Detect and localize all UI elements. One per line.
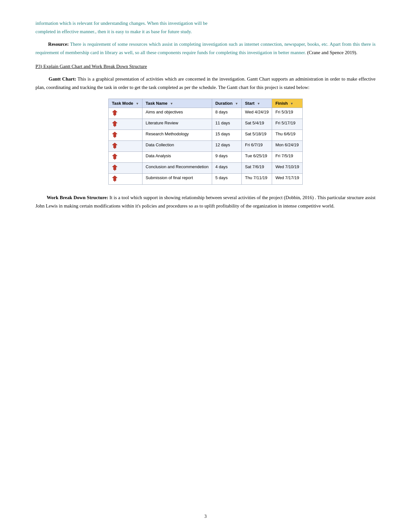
svg-marker-4	[112, 132, 117, 137]
table-row: Literature Review11 daysSat 5/4/19Fri 5/…	[109, 119, 303, 130]
col-header-finish: Finish ▼	[272, 99, 302, 108]
duration-cell: 12 days	[212, 141, 241, 152]
start-cell: Sat 5/18/19	[241, 130, 272, 141]
finish-cell: Fri 7/5/19	[272, 152, 302, 163]
task-name-cell: Research Methodology	[142, 130, 212, 141]
svg-rect-13	[114, 181, 115, 182]
table-row: Data Collection12 daysFri 6/7/19Mon 6/24…	[109, 141, 303, 152]
svg-rect-7	[114, 148, 115, 149]
start-cell: Sat 5/4/19	[241, 119, 272, 130]
duration-cell: 15 days	[212, 130, 241, 141]
gantt-description: Gantt Chart: This is a graphical present…	[35, 75, 376, 92]
task-mode-cell	[109, 163, 142, 174]
task-name-cell: Data Collection	[142, 141, 212, 152]
intro-text-2: completed in effective manner., then it …	[35, 29, 192, 34]
task-name-cell: Data Analysis	[142, 152, 212, 163]
col-header-task-mode: Task Mode ▼	[109, 99, 142, 108]
duration-arrow-icon: ▼	[235, 102, 238, 105]
wbs-section: Work Break Down Structure: It is a tool …	[35, 194, 376, 210]
duration-cell: 5 days	[212, 174, 241, 185]
task-mode-icon	[112, 142, 118, 150]
task-mode-icon	[112, 131, 118, 139]
duration-cell: 8 days	[212, 108, 241, 119]
finish-cell: Mon 6/24/19	[272, 141, 302, 152]
finish-cell: Wed 7/10/19	[272, 163, 302, 174]
start-cell: Wed 4/24/19	[241, 108, 272, 119]
wbs-label: Work Break Down Structure:	[47, 195, 108, 200]
start-cell: Fri 6/7/19	[241, 141, 272, 152]
svg-rect-3	[114, 126, 115, 127]
col-header-start: Start ▼	[241, 99, 272, 108]
task-name-cell: Submission of final report	[142, 174, 212, 185]
task-mode-cell	[109, 130, 142, 141]
resource-paragraph: Resource: There is requirement of some r…	[35, 40, 376, 57]
svg-rect-1	[114, 115, 115, 116]
task-name-cell: Literature Review	[142, 119, 212, 130]
task-name-cell: Aims and objectives	[142, 108, 212, 119]
task-mode-cell	[109, 108, 142, 119]
svg-rect-5	[114, 137, 115, 138]
gantt-body: This is a graphical presentation of acti…	[35, 76, 376, 90]
intro-text: information which is relevant for unders…	[35, 21, 208, 26]
svg-rect-11	[114, 170, 115, 171]
duration-cell: 4 days	[212, 163, 241, 174]
table-row: Conclusion and Recommendetion4 daysSat 7…	[109, 163, 303, 174]
task-mode-cell	[109, 174, 142, 185]
gantt-table-wrapper: Task Mode ▼ Task Name ▼ Duration ▼ Start…	[35, 99, 376, 185]
svg-marker-8	[112, 154, 117, 159]
task-mode-icon	[112, 110, 118, 117]
gantt-label: Gantt Chart:	[49, 76, 76, 82]
duration-cell: 11 days	[212, 119, 241, 130]
table-row: Data Analysis9 daysTue 6/25/19Fri 7/5/19	[109, 152, 303, 163]
start-cell: Sat 7/6/19	[241, 163, 272, 174]
page: information which is relevant for unders…	[0, 0, 411, 532]
task-name-arrow-icon: ▼	[170, 102, 173, 105]
svg-rect-9	[114, 159, 115, 160]
task-mode-icon	[112, 175, 118, 183]
duration-cell: 9 days	[212, 152, 241, 163]
task-mode-icon	[112, 164, 118, 172]
svg-marker-2	[112, 121, 117, 126]
finish-cell: Thu 6/6/19	[272, 130, 302, 141]
start-arrow-icon: ▼	[257, 102, 260, 105]
gantt-table: Task Mode ▼ Task Name ▼ Duration ▼ Start…	[108, 99, 303, 185]
task-mode-cell	[109, 141, 142, 152]
task-mode-cell	[109, 119, 142, 130]
svg-marker-0	[112, 110, 117, 115]
finish-cell: Wed 7/17/19	[272, 174, 302, 185]
resource-label: Resource:	[48, 42, 69, 47]
svg-marker-6	[112, 143, 117, 148]
table-row: Aims and objectives8 daysWed 4/24/19Fri …	[109, 108, 303, 119]
finish-cell: Fri 5/17/19	[272, 119, 302, 130]
task-mode-arrow-icon: ▼	[136, 102, 139, 105]
task-mode-cell	[109, 152, 142, 163]
table-row: Research Methodology15 daysSat 5/18/19Th…	[109, 130, 303, 141]
section-heading: P3) Explain Gantt Chart and Work Break D…	[35, 64, 376, 69]
task-mode-icon	[112, 153, 118, 161]
start-cell: Thu 7/11/19	[241, 174, 272, 185]
col-header-duration: Duration ▼	[212, 99, 241, 108]
finish-arrow-icon: ▼	[290, 102, 293, 105]
svg-marker-10	[112, 165, 117, 170]
task-mode-icon	[112, 121, 118, 128]
resource-citation: (Crane and Spence 2019).	[307, 50, 357, 55]
page-number: 3	[0, 514, 411, 519]
task-name-cell: Conclusion and Recommendetion	[142, 163, 212, 174]
intro-paragraph: information which is relevant for unders…	[35, 19, 376, 36]
col-header-task-name: Task Name ▼	[142, 99, 212, 108]
finish-cell: Fri 5/3/19	[272, 108, 302, 119]
svg-marker-12	[112, 176, 117, 181]
start-cell: Tue 6/25/19	[241, 152, 272, 163]
table-row: Submission of final report5 daysThu 7/11…	[109, 174, 303, 185]
